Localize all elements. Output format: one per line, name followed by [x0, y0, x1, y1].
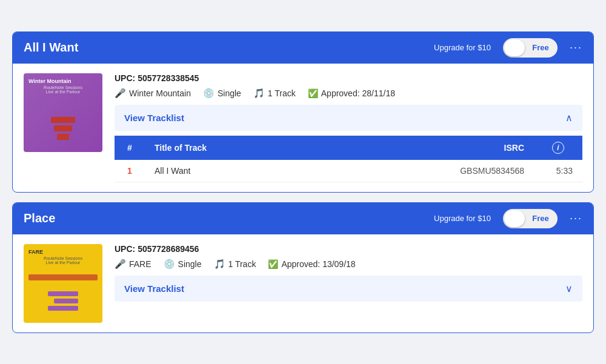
card2-approved: ✅ Approved: 13/09/18	[268, 259, 355, 269]
chevron-down-icon: ∨	[565, 283, 573, 294]
col-info: i	[534, 136, 582, 160]
card1-art-rect1	[51, 117, 75, 123]
card2-content: FARE RouteNote SessionsLive at the Parlo…	[24, 244, 582, 323]
card2-toggle-label: Free	[525, 214, 556, 223]
card2-art-subtitle: RouteNote SessionsLive at the Parlour	[28, 256, 98, 265]
card2-toggle[interactable]: Free	[503, 209, 558, 228]
card1-info: UPC: 5057728338545 🎤 Winter Mountain 💿 S…	[115, 73, 582, 182]
card2-title: Place	[24, 211, 427, 225]
card2-artist: 🎤 FARE	[115, 259, 152, 270]
card1-track-count: 🎵 1 Track	[253, 88, 296, 99]
card2-toggle-knob	[504, 210, 525, 227]
card1-approved: ✅ Approved: 28/11/18	[308, 88, 395, 98]
track-isrc: GBSMU5834568	[324, 160, 534, 182]
card1-body: Winter Mountain RouteNote SessionsLive a…	[13, 64, 593, 192]
card1-toggle[interactable]: Free	[503, 38, 558, 58]
card1-art-rect3	[57, 134, 69, 140]
card1-toggle-label: Free	[525, 43, 556, 52]
card2-upc: UPC: 5057728689456	[115, 244, 582, 254]
track-duration: 5:33	[534, 160, 582, 182]
card2-view-tracklist[interactable]: View Tracklist ∨	[115, 276, 582, 302]
card2-upgrade-text: Upgrade for $10	[434, 214, 491, 223]
card1-more-icon[interactable]: ···	[570, 41, 582, 54]
approved-icon: ✅	[308, 88, 318, 98]
track-title: All I Want	[145, 160, 324, 182]
col-num: #	[115, 136, 145, 160]
col-title: Title of Track	[145, 136, 324, 160]
col-isrc: ISRC	[324, 136, 534, 160]
card2-info: UPC: 5057728689456 🎤 FARE 💿 Single 🎵 1 T…	[115, 244, 582, 302]
card1-title: All I Want	[24, 41, 427, 55]
card1-tracklist-table: # Title of Track ISRC i 1 All I Want	[115, 136, 582, 182]
microphone-icon: 🎤	[115, 88, 126, 99]
card-all-i-want: All I Want Upgrade for $10 Free ··· Wint…	[12, 31, 594, 193]
info-icon: i	[552, 142, 564, 154]
card2-art-shapes	[48, 291, 78, 311]
chevron-up-icon: ∧	[565, 112, 573, 124]
card1-art-subtitle: RouteNote SessionsLive at the Parlour	[28, 85, 98, 94]
card2-art-bar	[28, 274, 98, 280]
music-icon: 🎵	[253, 88, 265, 99]
card2-body: FARE RouteNote SessionsLive at the Parlo…	[13, 234, 593, 333]
card2-track-count: 🎵 1 Track	[214, 259, 256, 270]
card2-header: Place Upgrade for $10 Free ···	[13, 203, 593, 234]
card2-release-type: 💿 Single	[164, 259, 202, 270]
card1-meta-row: 🎤 Winter Mountain 💿 Single 🎵 1 Track ✅ A…	[115, 88, 582, 99]
card1-album-art: Winter Mountain RouteNote SessionsLive a…	[24, 73, 102, 152]
card1-header: All I Want Upgrade for $10 Free ···	[13, 32, 593, 64]
card1-artist: 🎤 Winter Mountain	[115, 88, 191, 99]
card1-toggle-knob	[504, 39, 525, 56]
music-icon-2: 🎵	[214, 259, 225, 270]
card2-art-rect2	[54, 299, 78, 303]
card1-view-tracklist[interactable]: View Tracklist ∧	[115, 105, 582, 131]
card1-art-rect2	[54, 125, 72, 131]
card1-art-shapes	[51, 117, 75, 140]
approved-icon-2: ✅	[268, 259, 278, 269]
card1-release-type: 💿 Single	[203, 88, 241, 99]
track-num: 1	[115, 160, 145, 182]
card1-upc: UPC: 5057728338545	[115, 73, 582, 83]
disc-icon-2: 💿	[164, 259, 175, 270]
card2-meta-row: 🎤 FARE 💿 Single 🎵 1 Track ✅ Approved: 13…	[115, 259, 582, 270]
card-place: Place Upgrade for $10 Free ··· FARE Rout…	[12, 202, 594, 333]
card2-album-art: FARE RouteNote SessionsLive at the Parlo…	[24, 244, 102, 323]
card1-content: Winter Mountain RouteNote SessionsLive a…	[24, 73, 582, 182]
card2-art-rect3	[48, 306, 78, 311]
card2-art-title: FARE	[28, 249, 43, 255]
card1-upgrade-text: Upgrade for $10	[434, 43, 491, 52]
table-row: 1 All I Want GBSMU5834568 5:33	[115, 160, 582, 182]
card1-art-title: Winter Mountain	[28, 78, 71, 84]
disc-icon: 💿	[203, 88, 215, 99]
microphone-icon-2: 🎤	[115, 259, 126, 270]
card2-art-rect1	[48, 291, 78, 296]
card2-more-icon[interactable]: ···	[570, 212, 582, 225]
